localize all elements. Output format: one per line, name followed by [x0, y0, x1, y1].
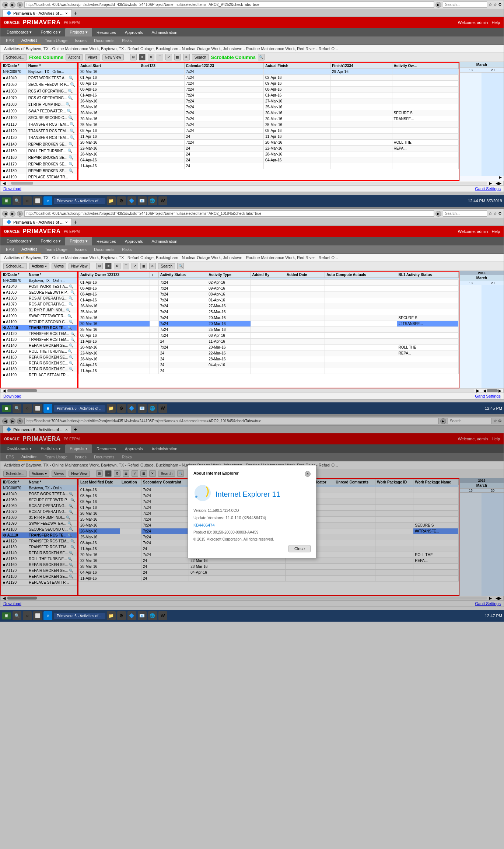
search-bar-2[interactable]: [443, 210, 487, 217]
tab-close-1[interactable]: ×: [65, 11, 67, 15]
table-row[interactable]: 20-Mar-167x2420-Mar-16SECURE S: [79, 315, 459, 321]
nav-dashboards-1[interactable]: Dashboards ▾: [2, 28, 36, 36]
table-row[interactable]: 08-Apr-167x2409-Apr-16: [79, 81, 459, 87]
th-id-1[interactable]: ID/Code *: [1, 63, 27, 69]
table-row[interactable]: 11-Apr-1624: [79, 163, 459, 169]
h-scroll-1[interactable]: ◀ ▶ ◀ ▶: [0, 181, 504, 185]
table-row[interactable]: 25-Mar-167x2425-Mar-16: [79, 122, 459, 128]
expand-icon-2[interactable]: ⤢: [132, 263, 138, 269]
table-row[interactable]: ■ A1160REPAIR BROKEN SE... 🔍: [1, 354, 77, 360]
table-row[interactable]: ■ A1070RCS AT OPERATING... 🔍: [1, 301, 77, 307]
nav-administration-1[interactable]: Administration: [147, 28, 182, 36]
ie-icon-1[interactable]: e: [43, 196, 52, 205]
actions-btn-1[interactable]: Actions: [66, 54, 83, 60]
sub-issues-1[interactable]: Issues: [71, 37, 90, 44]
table-row[interactable]: ■ A1170 REPAIR BROKEN SE... 🔍: [1, 161, 77, 168]
th-addedby2[interactable]: Added By: [251, 272, 285, 278]
table-row[interactable]: 08-Apr-167x2408-Apr-16: [79, 128, 459, 134]
task-view-2[interactable]: ⬜: [33, 404, 42, 413]
schedule-btn-2[interactable]: Schedule...: [3, 263, 27, 269]
tk-icon-2[interactable]: ⚙: [117, 196, 126, 205]
table-row[interactable]: ■ A1120 TRANSFER RCS TEM... 🔍: [1, 128, 77, 134]
gear-icon-1[interactable]: ⚙: [148, 54, 154, 60]
browser-tab-2[interactable]: 🔷 Primavera 6 - Activities of ... ×: [2, 218, 72, 226]
filter-icon-1[interactable]: ☰: [157, 54, 163, 60]
sub-risks-2[interactable]: Risks: [118, 246, 136, 253]
scroll-right-btn-2[interactable]: ▶: [476, 388, 479, 393]
sub-issues-2[interactable]: Issues: [71, 246, 90, 253]
tk-icon-5[interactable]: 🌐: [148, 196, 157, 205]
scroll-thumb-2[interactable]: [7, 389, 37, 392]
views-btn-1[interactable]: Views: [85, 54, 100, 60]
gantt-scroll-left-1[interactable]: ◀: [496, 181, 498, 186]
sub-activities-1[interactable]: Activities: [18, 36, 41, 45]
table-row[interactable]: ■ A1190REPLACE STEAM TR...: [1, 372, 77, 378]
nav-projects-1[interactable]: Projects ▾: [65, 28, 92, 36]
search-bar-1[interactable]: [443, 1, 487, 8]
nav-projects-2[interactable]: Projects ▾: [65, 237, 92, 245]
table-row[interactable]: ■ A1090 SWAP FEEDWATER... 🔍: [1, 108, 77, 115]
table-row[interactable]: 08-Apr-167x2408-Apr-16: [79, 291, 459, 297]
table-row[interactable]: 26-Mar-167x2427-Mar-16: [79, 98, 459, 104]
gantt-icon-2[interactable]: ≡: [105, 263, 112, 269]
help-link-2[interactable]: Help: [491, 229, 500, 234]
tk2-icon-6[interactable]: W: [158, 404, 167, 413]
table-row[interactable]: 20-Mar-167x2420-Mar-16ROLL THE: [79, 345, 459, 350]
scroll-left-btn-1[interactable]: ◀: [3, 181, 6, 186]
nav-approvals-2[interactable]: Approvals: [120, 237, 147, 245]
table-row[interactable]: 08-Apr-167x2408-Apr-16: [79, 87, 459, 92]
ie-icon-3[interactable]: e: [43, 611, 52, 620]
nav-administration-2[interactable]: Administration: [147, 237, 182, 245]
table-row[interactable]: ■ A1110 TRANSFER RCS TEM... 🔍: [1, 121, 77, 128]
forward-btn-2[interactable]: ▶: [10, 211, 15, 217]
start-btn-2[interactable]: ⊞: [2, 405, 11, 412]
tk3-icon-6[interactable]: W: [158, 611, 167, 620]
tk2-icon-3[interactable]: 🔷: [127, 404, 136, 413]
app-tab-1[interactable]: Primavera 6 - Activities of ...: [54, 198, 105, 204]
table-row[interactable]: ■ A1140 REPAIR BROKEN SE... 🔍: [1, 141, 77, 148]
table-row[interactable]: ■ A1150 ROLL THE TURBINE... 🔍: [1, 148, 77, 154]
table-row[interactable]: 28-Mar-162428-Mar-16: [79, 356, 459, 362]
th-finish-1[interactable]: Finish12334: [330, 63, 392, 69]
table-row[interactable]: NRC00870 Baytown, TX - Onlin...: [1, 69, 77, 75]
table-icon-1[interactable]: ⊞: [130, 54, 137, 60]
th-sort2[interactable]: ↕: [150, 272, 158, 278]
table-row[interactable]: ■ A1190 REPLACE STEAM TR...: [1, 174, 77, 180]
h-scroll-2[interactable]: ◀ ▶ ◀ ▶: [0, 388, 504, 393]
app-tab-3[interactable]: Primavera 6 - Activities of ...: [54, 613, 105, 619]
cortana-icon-2[interactable]: ○: [23, 404, 32, 413]
tk-icon-4[interactable]: 📧: [138, 196, 147, 205]
task-view-3[interactable]: ⬜: [33, 611, 42, 620]
table-row[interactable]: 04-Apr-162404-Apr-16: [79, 157, 459, 163]
gantt-scroll-right-1[interactable]: ▶: [498, 181, 501, 186]
table-row[interactable]: ■ A1140REPAIR BROKEN SE... 🔍: [1, 343, 77, 349]
th-owner-1[interactable]: Activity Ow...: [392, 63, 458, 69]
table-row[interactable]: ■ A1150ROLL THE TURBINE... 🔍: [1, 349, 77, 354]
new-tab-btn-2[interactable]: +: [72, 219, 79, 226]
back-btn-1[interactable]: ◀: [2, 2, 8, 8]
app-tab-2[interactable]: Primavera 6 - Activities of ...: [54, 405, 105, 412]
search-btn-2[interactable]: Search: [158, 263, 175, 269]
table-row[interactable]: ■ A1080 31 RHR PUMP INDI... 🔍: [1, 101, 77, 108]
nav-approvals-1[interactable]: Approvals: [120, 28, 147, 36]
go-btn-2[interactable]: ▶: [435, 211, 441, 217]
search-taskbar-1[interactable]: 🔍: [13, 196, 21, 205]
sub-teamusage-2[interactable]: Team Usage: [41, 246, 71, 253]
table-row[interactable]: ■ A1040 POST WORK TEST A... 🔍: [1, 75, 77, 81]
th-start123-1[interactable]: Start123: [139, 63, 184, 69]
table-row[interactable]: ■ A1170REPAIR BROKEN SE... 🔍: [1, 360, 77, 366]
cortana-icon-3[interactable]: ○: [23, 611, 32, 620]
forward-btn-1[interactable]: ▶: [10, 2, 15, 8]
delete-icon-2[interactable]: ✕: [149, 263, 156, 269]
tk3-icon-3[interactable]: 🔷: [127, 611, 136, 620]
gantt-settings-link-1[interactable]: Gantt Settings: [475, 186, 501, 191]
download-link-1[interactable]: Download: [3, 186, 21, 191]
tk3-icon-2[interactable]: ⚙: [117, 611, 126, 620]
table-row[interactable]: 01-Apr-167x2402-Apr-16: [79, 75, 459, 81]
address-bar-1[interactable]: [24, 1, 434, 8]
table-row[interactable]: ■ A1050 SECURE FEEDWTR P... 🔍: [1, 81, 77, 88]
tk-icon-1[interactable]: 📁: [107, 196, 116, 205]
table-row[interactable]: ■ A1050SECURE FEEDWTR P... 🔍: [1, 290, 77, 296]
new-view-btn-1[interactable]: New View: [102, 54, 124, 60]
new-view-btn-2[interactable]: New View: [69, 263, 90, 269]
